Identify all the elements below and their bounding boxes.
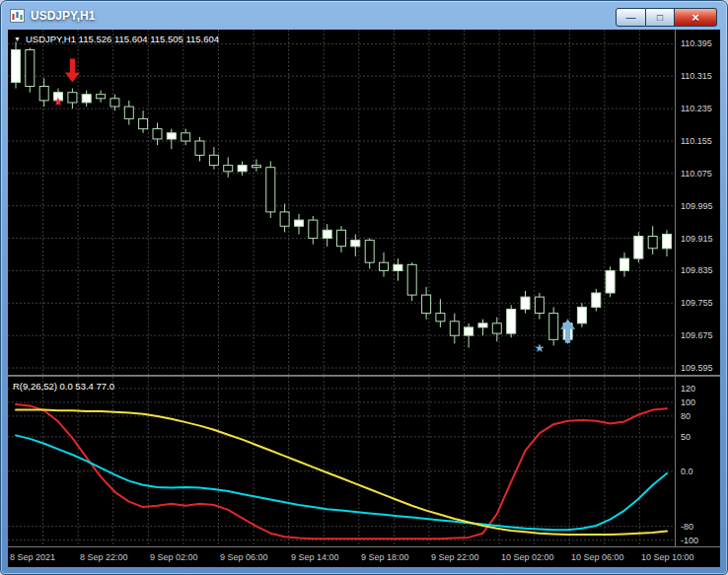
indicator-axis-label: -80 [681,522,693,532]
chart-icon [10,9,25,23]
price-axis-label: 109.915 [681,234,713,244]
buy-arrow-icon [560,320,575,343]
time-axis-label: 10 Sep 06:00 [571,552,624,562]
maximize-button[interactable]: □ [646,8,675,27]
price-axis-label: 109.835 [681,265,713,275]
price-axis-label: 109.675 [681,330,713,340]
price-axis-label: 110.235 [681,104,712,113]
minimize-button[interactable]: — [616,8,646,27]
price-axis-label: 110.395 [681,38,712,48]
price-axis-label: 109.595 [681,363,713,373]
close-icon: × [692,12,699,24]
sell-arrow-icon [65,58,80,82]
titlebar[interactable]: USDJPY,H1 — □ × [1,1,727,30]
close-button[interactable]: × [675,8,717,27]
time-axis-label: 8 Sep 2021 [10,552,55,562]
time-axis[interactable]: 8 Sep 20218 Sep 22:009 Sep 02:009 Sep 06… [8,547,720,567]
indicator-plot-svg[interactable] [8,377,675,546]
window-controls: — □ × [616,8,717,27]
time-axis-label: 9 Sep 22:00 [431,552,479,562]
minimize-icon: — [626,13,636,23]
chart-client-area: ★★ ▼ USDJPY,H1 115.526 115.604 115.505 1… [8,30,720,567]
price-axis-label: 110.315 [681,71,712,81]
signal-star-icon: ★ [535,341,546,355]
indicator-axis-label: 50 [681,432,691,442]
time-axis-label: 9 Sep 14:00 [291,552,339,562]
time-axis-label: 10 Sep 02:00 [501,552,554,562]
symbol-dropdown-icon[interactable]: ▼ [14,36,21,42]
time-axis-label: 8 Sep 22:00 [80,552,128,562]
time-axis-label: 10 Sep 10:00 [641,552,694,562]
price-axis-label: 110.155 [681,136,712,146]
main-plot-svg[interactable]: ★★ [8,30,675,375]
ohlc-text: USDJPY,H1 115.526 115.604 115.505 115.60… [26,34,219,44]
time-axis-label: 9 Sep 06:00 [220,552,268,562]
signal-star-icon: ★ [53,95,64,108]
maximize-icon: □ [657,13,663,23]
price-axis-label: 109.755 [681,298,713,308]
price-axis-label: 110.075 [681,169,712,179]
indicator-axis-label: 100 [681,397,695,407]
indicator-axis-label: 0.0 [681,467,693,476]
indicator-axis-label: 80 [681,411,691,421]
chart-window: USDJPY,H1 — □ × ★★ ▼ USDJPY,H1 115.526 1… [0,0,728,575]
indicator-header: R(9,26,52) 0.0 53.4 77.0 [13,381,114,392]
window-title: USDJPY,H1 [31,9,95,23]
chart-ohlc-header: ▼ USDJPY,H1 115.526 115.604 115.505 115.… [14,34,219,44]
price-axis[interactable]: 110.395110.315110.235110.155110.075109.9… [676,30,720,547]
time-axis-label: 9 Sep 18:00 [361,552,409,562]
indicator-axis-label: -100 [681,536,698,545]
indicator-axis-label: 120 [681,384,695,394]
time-axis-label: 9 Sep 02:00 [150,552,198,562]
price-axis-label: 109.995 [681,201,713,211]
